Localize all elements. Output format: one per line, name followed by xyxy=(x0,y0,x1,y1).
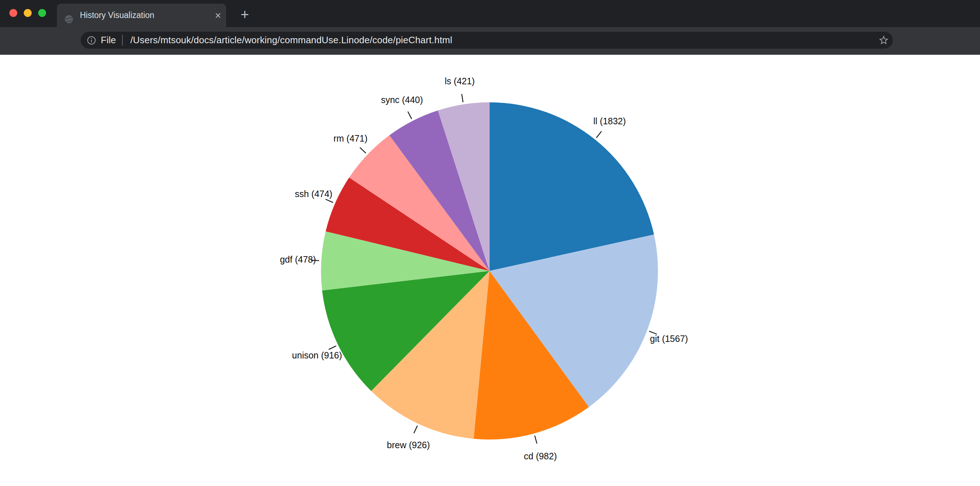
pie-label-rm: rm (471) xyxy=(333,133,367,143)
page-info-icon[interactable] xyxy=(86,35,97,45)
url-scheme-label: File xyxy=(101,35,116,46)
page-content: ll (1832)git (1567)cd (982)brew (926)uni… xyxy=(0,55,980,486)
close-window-button[interactable] xyxy=(10,9,17,17)
pie-label-tick-brew xyxy=(414,426,418,433)
pie-chart: ll (1832)git (1567)cd (982)brew (926)uni… xyxy=(0,55,980,486)
pie-label-tick-cd xyxy=(535,435,537,443)
minimize-window-button[interactable] xyxy=(24,9,32,17)
zoom-window-button[interactable] xyxy=(38,9,46,17)
pie-label-gdf: gdf (478) xyxy=(280,254,316,265)
globe-favicon-icon xyxy=(64,14,74,24)
pie-label-ssh: ssh (474) xyxy=(295,189,332,199)
pie-label-cd: cd (982) xyxy=(524,451,557,461)
new-tab-button[interactable]: + xyxy=(238,7,252,22)
pie-label-ll: ll (1832) xyxy=(593,116,626,126)
pie-label-tick-ll xyxy=(596,132,601,138)
pie-label-ls: ls (421) xyxy=(445,76,474,86)
browser-toolbar: File /Users/mtsouk/docs/article/working/… xyxy=(0,27,980,55)
pie-label-tick-sync xyxy=(408,112,412,119)
pie-label-tick-ls xyxy=(462,94,463,102)
pie-label-brew: brew (926) xyxy=(387,440,430,450)
pie-label-unison: unison (916) xyxy=(292,350,342,360)
pie-label-tick-ssh xyxy=(326,199,333,202)
bookmark-star-icon[interactable] xyxy=(878,35,889,46)
pie-label-git: git (1567) xyxy=(650,334,688,344)
url-separator xyxy=(122,35,123,46)
browser-window: History Visualization × + xyxy=(0,0,980,486)
tab-strip: History Visualization × + xyxy=(0,0,980,27)
tab-close-icon[interactable]: × xyxy=(215,10,221,21)
url-text[interactable]: /Users/mtsouk/docs/article/working/comma… xyxy=(130,35,452,46)
tab-title: History Visualization xyxy=(80,3,154,27)
address-bar[interactable]: File /Users/mtsouk/docs/article/working/… xyxy=(81,32,893,49)
pie-label-tick-rm xyxy=(360,147,366,153)
tab-history-visualization[interactable]: History Visualization × xyxy=(57,3,226,27)
pie-label-sync: sync (440) xyxy=(381,95,423,105)
pie-label-tick-unison xyxy=(329,346,336,349)
